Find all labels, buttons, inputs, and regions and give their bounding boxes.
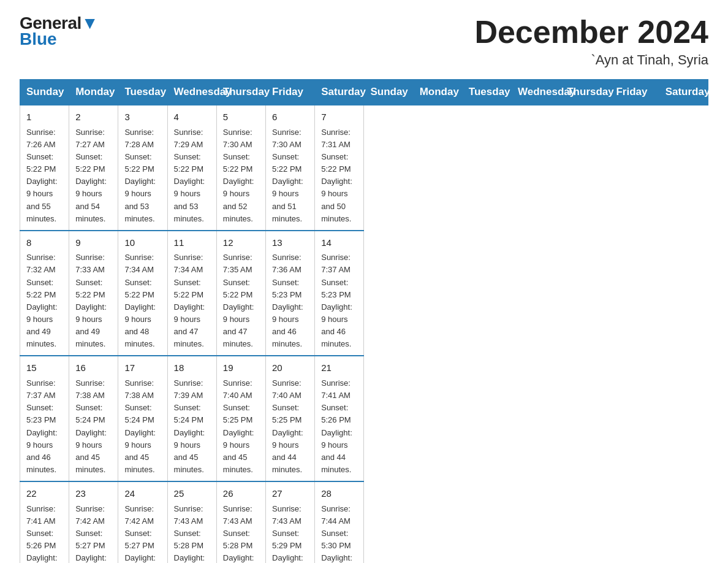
calendar-week-2: 8Sunrise: 7:32 AMSunset: 5:22 PMDaylight… <box>20 231 708 356</box>
calendar-header-row: SundayMondayTuesdayWednesdayThursdayFrid… <box>20 80 708 105</box>
day-number: 16 <box>75 361 112 375</box>
day-number: 18 <box>174 361 210 375</box>
day-number: 8 <box>26 236 63 250</box>
day-info: Sunrise: 7:27 AMSunset: 5:22 PMDaylight:… <box>75 126 112 225</box>
calendar-day-24: 24Sunrise: 7:42 AMSunset: 5:27 PMDayligh… <box>118 481 167 563</box>
header-saturday: Saturday <box>659 80 708 105</box>
calendar-day-3: 3Sunrise: 7:28 AMSunset: 5:22 PMDaylight… <box>118 105 167 231</box>
calendar-day-18: 18Sunrise: 7:39 AMSunset: 5:24 PMDayligh… <box>167 356 216 481</box>
header-tuesday: Tuesday <box>462 80 511 105</box>
calendar-day-12: 12Sunrise: 7:35 AMSunset: 5:22 PMDayligh… <box>216 231 265 356</box>
header-wednesday: Wednesday <box>512 80 561 105</box>
calendar-week-4: 22Sunrise: 7:41 AMSunset: 5:26 PMDayligh… <box>20 481 708 563</box>
day-info: Sunrise: 7:40 AMSunset: 5:25 PMDaylight:… <box>223 377 259 476</box>
day-number: 20 <box>272 361 308 375</box>
day-info: Sunrise: 7:29 AMSunset: 5:22 PMDaylight:… <box>174 126 210 225</box>
day-number: 7 <box>321 110 357 124</box>
calendar-table: SundayMondayTuesdayWednesdayThursdayFrid… <box>20 79 708 563</box>
day-info: Sunrise: 7:32 AMSunset: 5:22 PMDaylight:… <box>26 251 63 350</box>
day-number: 24 <box>124 487 161 501</box>
calendar-day-16: 16Sunrise: 7:38 AMSunset: 5:24 PMDayligh… <box>69 356 118 481</box>
month-title: December 2024 <box>474 15 708 50</box>
day-number: 3 <box>124 110 161 124</box>
calendar-day-23: 23Sunrise: 7:42 AMSunset: 5:27 PMDayligh… <box>69 481 118 563</box>
day-number: 28 <box>321 487 357 501</box>
day-info: Sunrise: 7:34 AMSunset: 5:22 PMDaylight:… <box>124 251 161 350</box>
day-number: 5 <box>223 110 259 124</box>
calendar-day-9: 9Sunrise: 7:33 AMSunset: 5:22 PMDaylight… <box>69 231 118 356</box>
header-friday: Friday <box>610 80 659 105</box>
day-number: 1 <box>26 110 63 124</box>
calendar-day-13: 13Sunrise: 7:36 AMSunset: 5:23 PMDayligh… <box>266 231 315 356</box>
calendar-day-4: 4Sunrise: 7:29 AMSunset: 5:22 PMDaylight… <box>167 105 216 231</box>
day-info: Sunrise: 7:37 AMSunset: 5:23 PMDaylight:… <box>321 251 357 350</box>
header-saturday: Saturday <box>315 80 364 105</box>
header-monday: Monday <box>413 80 462 105</box>
day-number: 25 <box>174 487 210 501</box>
header-wednesday: Wednesday <box>167 80 216 105</box>
calendar-day-27: 27Sunrise: 7:43 AMSunset: 5:29 PMDayligh… <box>266 481 315 563</box>
header-monday: Monday <box>69 80 118 105</box>
calendar-day-28: 28Sunrise: 7:44 AMSunset: 5:30 PMDayligh… <box>315 481 364 563</box>
day-number: 14 <box>321 236 357 250</box>
day-info: Sunrise: 7:34 AMSunset: 5:22 PMDaylight:… <box>174 251 210 350</box>
day-info: Sunrise: 7:41 AMSunset: 5:26 PMDaylight:… <box>26 503 63 563</box>
day-number: 15 <box>26 361 63 375</box>
calendar-day-22: 22Sunrise: 7:41 AMSunset: 5:26 PMDayligh… <box>20 481 69 563</box>
day-info: Sunrise: 7:30 AMSunset: 5:22 PMDaylight:… <box>223 126 259 225</box>
day-info: Sunrise: 7:33 AMSunset: 5:22 PMDaylight:… <box>75 251 112 350</box>
logo-blue-text: Blue <box>20 31 57 48</box>
day-number: 6 <box>272 110 308 124</box>
day-number: 13 <box>272 236 308 250</box>
calendar-day-15: 15Sunrise: 7:37 AMSunset: 5:23 PMDayligh… <box>20 356 69 481</box>
calendar-day-26: 26Sunrise: 7:43 AMSunset: 5:28 PMDayligh… <box>216 481 265 563</box>
calendar-day-2: 2Sunrise: 7:27 AMSunset: 5:22 PMDaylight… <box>69 105 118 231</box>
header-friday: Friday <box>266 80 315 105</box>
calendar-day-17: 17Sunrise: 7:38 AMSunset: 5:24 PMDayligh… <box>118 356 167 481</box>
header-thursday: Thursday <box>216 80 265 105</box>
day-info: Sunrise: 7:42 AMSunset: 5:27 PMDaylight:… <box>124 503 161 563</box>
day-info: Sunrise: 7:28 AMSunset: 5:22 PMDaylight:… <box>124 126 161 225</box>
calendar-week-3: 15Sunrise: 7:37 AMSunset: 5:23 PMDayligh… <box>20 356 708 481</box>
day-number: 26 <box>223 487 259 501</box>
day-info: Sunrise: 7:42 AMSunset: 5:27 PMDaylight:… <box>75 503 112 563</box>
calendar-day-7: 7Sunrise: 7:31 AMSunset: 5:22 PMDaylight… <box>315 105 364 231</box>
day-info: Sunrise: 7:38 AMSunset: 5:24 PMDaylight:… <box>75 377 112 476</box>
day-info: Sunrise: 7:38 AMSunset: 5:24 PMDaylight:… <box>124 377 161 476</box>
logo-triangle-icon: ▼ <box>82 13 98 33</box>
calendar-week-1: 1Sunrise: 7:26 AMSunset: 5:22 PMDaylight… <box>20 105 708 231</box>
page-header: General▼ Blue December 2024 `Ayn at Tina… <box>20 15 708 68</box>
calendar-day-8: 8Sunrise: 7:32 AMSunset: 5:22 PMDaylight… <box>20 231 69 356</box>
day-number: 11 <box>174 236 210 250</box>
day-info: Sunrise: 7:31 AMSunset: 5:22 PMDaylight:… <box>321 126 357 225</box>
day-info: Sunrise: 7:44 AMSunset: 5:30 PMDaylight:… <box>321 503 357 563</box>
calendar-day-10: 10Sunrise: 7:34 AMSunset: 5:22 PMDayligh… <box>118 231 167 356</box>
day-number: 2 <box>75 110 112 124</box>
header-sunday: Sunday <box>20 80 69 105</box>
day-info: Sunrise: 7:43 AMSunset: 5:28 PMDaylight:… <box>174 503 210 563</box>
day-info: Sunrise: 7:36 AMSunset: 5:23 PMDaylight:… <box>272 251 308 350</box>
calendar-day-21: 21Sunrise: 7:41 AMSunset: 5:26 PMDayligh… <box>315 356 364 481</box>
location-title: `Ayn at Tinah, Syria <box>474 52 708 68</box>
day-number: 19 <box>223 361 259 375</box>
header-tuesday: Tuesday <box>118 80 167 105</box>
day-info: Sunrise: 7:35 AMSunset: 5:22 PMDaylight:… <box>223 251 259 350</box>
title-block: December 2024 `Ayn at Tinah, Syria <box>474 15 708 68</box>
day-number: 17 <box>124 361 161 375</box>
day-number: 27 <box>272 487 308 501</box>
logo: General▼ Blue <box>20 15 98 48</box>
day-number: 22 <box>26 487 63 501</box>
calendar-day-6: 6Sunrise: 7:30 AMSunset: 5:22 PMDaylight… <box>266 105 315 231</box>
day-number: 9 <box>75 236 112 250</box>
calendar-day-25: 25Sunrise: 7:43 AMSunset: 5:28 PMDayligh… <box>167 481 216 563</box>
day-info: Sunrise: 7:43 AMSunset: 5:28 PMDaylight:… <box>223 503 259 563</box>
day-info: Sunrise: 7:30 AMSunset: 5:22 PMDaylight:… <box>272 126 308 225</box>
calendar-day-5: 5Sunrise: 7:30 AMSunset: 5:22 PMDaylight… <box>216 105 265 231</box>
calendar-day-1: 1Sunrise: 7:26 AMSunset: 5:22 PMDaylight… <box>20 105 69 231</box>
header-sunday: Sunday <box>364 80 413 105</box>
calendar-day-20: 20Sunrise: 7:40 AMSunset: 5:25 PMDayligh… <box>266 356 315 481</box>
day-info: Sunrise: 7:37 AMSunset: 5:23 PMDaylight:… <box>26 377 63 476</box>
day-info: Sunrise: 7:39 AMSunset: 5:24 PMDaylight:… <box>174 377 210 476</box>
calendar-day-11: 11Sunrise: 7:34 AMSunset: 5:22 PMDayligh… <box>167 231 216 356</box>
day-info: Sunrise: 7:40 AMSunset: 5:25 PMDaylight:… <box>272 377 308 476</box>
